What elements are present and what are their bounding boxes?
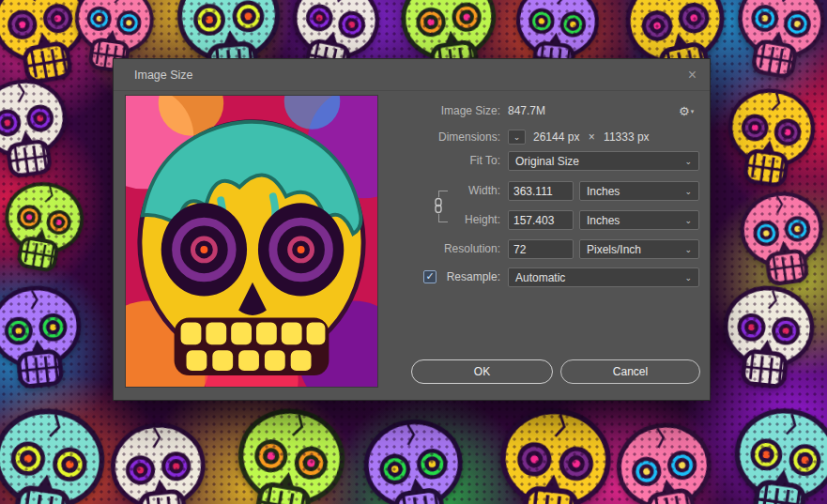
skull-art — [348, 407, 482, 504]
resolution-input[interactable] — [508, 239, 574, 259]
screen: Image Size × — [0, 0, 827, 504]
dialog-titlebar: Image Size × — [114, 59, 710, 91]
gear-glyph: ⚙ — [679, 104, 690, 118]
width-input[interactable] — [508, 181, 574, 201]
image-size-value: 847.7M — [508, 101, 545, 121]
resample-row: ✓ Resample: Automatic ⌄ — [114, 267, 710, 287]
chevron-down-icon: ⌄ — [684, 245, 692, 254]
height-input[interactable] — [508, 210, 574, 230]
width-unit-value: Inches — [587, 185, 620, 198]
skull-art — [0, 276, 97, 405]
resolution-label: Resolution: — [384, 239, 500, 259]
chevron-down-icon: ⌄ — [684, 273, 692, 283]
skull-art — [97, 413, 222, 504]
height-row: Height: Inches ⌄ — [114, 210, 710, 230]
multiply-symbol: × — [589, 130, 595, 144]
resolution-unit-value: Pixels/Inch — [587, 243, 641, 256]
dimensions-unit-dropdown[interactable]: ⌄ — [508, 130, 526, 145]
image-size-dialog: Image Size × — [113, 58, 711, 401]
cancel-button[interactable]: Cancel — [560, 359, 700, 384]
dimensions-width: 26144 px — [533, 130, 579, 144]
chevron-down-icon: ⌄ — [684, 216, 692, 225]
dimensions-height: 11333 px — [604, 130, 650, 144]
resample-select[interactable]: Automatic ⌄ — [508, 267, 699, 287]
skull-art — [708, 276, 827, 405]
close-icon[interactable]: × — [688, 68, 697, 83]
gear-icon[interactable]: ⚙▾ — [679, 101, 694, 121]
skull-art — [714, 396, 827, 504]
gear-caret-icon: ▾ — [691, 108, 695, 115]
chevron-down-icon: ⌄ — [513, 132, 521, 142]
height-unit-value: Inches — [587, 214, 620, 227]
dimensions-row: Dimensions: ⌄ 26144 px × 11333 px — [114, 128, 710, 147]
fit-to-row: Fit To: Original Size ⌄ — [114, 151, 710, 171]
link-icon[interactable] — [432, 197, 445, 214]
width-unit-select[interactable]: Inches ⌄ — [579, 181, 699, 201]
chevron-down-icon: ⌄ — [684, 187, 692, 196]
dimensions-label: Dimensions: — [384, 128, 500, 147]
dimensions-value: 26144 px × 11333 px — [533, 128, 650, 147]
height-unit-select[interactable]: Inches ⌄ — [579, 210, 699, 230]
resolution-unit-select[interactable]: Pixels/Inch ⌄ — [579, 239, 699, 259]
dialog-title: Image Size — [134, 69, 193, 82]
image-size-row: Image Size: 847.7M ⚙▾ — [114, 101, 710, 121]
fit-to-value: Original Size — [515, 155, 579, 168]
resample-label: Resample: — [384, 267, 500, 287]
skull-art — [214, 393, 363, 504]
skull-art — [0, 171, 98, 289]
fit-to-label: Fit To: — [384, 151, 500, 171]
resolution-row: Resolution: Pixels/Inch ⌄ — [114, 239, 710, 259]
image-size-label: Image Size: — [384, 101, 500, 121]
width-row: Width: Inches ⌄ — [114, 181, 710, 201]
fit-to-select[interactable]: Original Size ⌄ — [508, 151, 699, 171]
resample-value: Automatic — [515, 271, 565, 284]
ok-button[interactable]: OK — [411, 359, 553, 384]
chevron-down-icon: ⌄ — [684, 157, 692, 166]
